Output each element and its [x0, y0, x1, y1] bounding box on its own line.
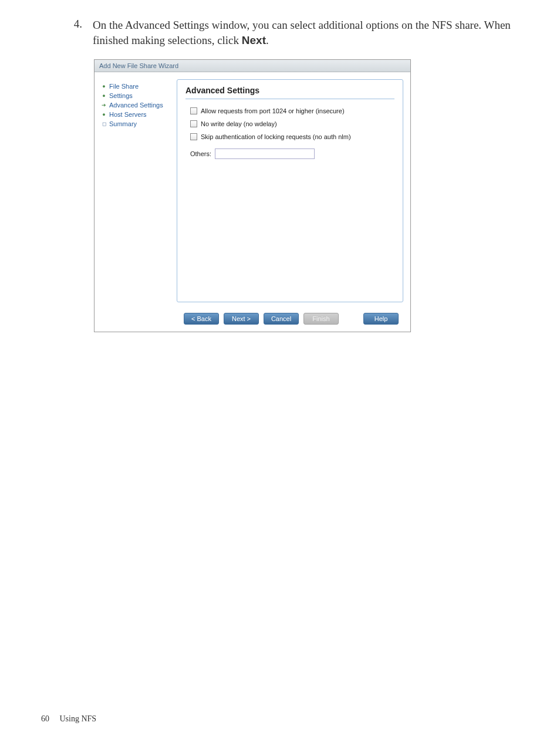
- wizard-titlebar: Add New File Share Wizard: [95, 60, 410, 72]
- instruction-step: 4. On the Advanced Settings window, you …: [70, 18, 519, 48]
- sidebar-item-label: Settings: [109, 92, 133, 99]
- sidebar-item-advanced-settings[interactable]: ➔ Advanced Settings: [102, 100, 171, 110]
- dot-icon: ●: [102, 112, 106, 117]
- others-input[interactable]: [215, 148, 315, 159]
- instruction-part2: .: [266, 34, 269, 46]
- checkbox-label: Allow requests from port 1024 or higher …: [201, 107, 345, 114]
- sidebar-item-label: File Share: [109, 83, 139, 90]
- others-label: Others:: [190, 150, 211, 157]
- finish-button: Finish: [303, 313, 339, 325]
- footer-section: Using NFS: [60, 714, 97, 723]
- sidebar-item-summary[interactable]: ◻ Summary: [102, 119, 171, 129]
- instruction-bold: Next: [242, 34, 266, 46]
- page-number: 60: [41, 714, 49, 723]
- wizard-main-panel: Advanced Settings Allow requests from po…: [177, 79, 403, 302]
- wizard-window: Add New File Share Wizard ● File Share ●…: [94, 59, 411, 332]
- sidebar-item-label: Host Servers: [109, 111, 147, 118]
- sidebar-item-file-share[interactable]: ● File Share: [102, 82, 171, 91]
- sidebar-item-label: Advanced Settings: [109, 102, 163, 109]
- others-row: Others:: [190, 148, 394, 159]
- dot-icon: ●: [102, 93, 106, 98]
- checkbox-no-auth-nlm[interactable]: Skip authentication of locking requests …: [190, 133, 394, 140]
- checkbox-label: Skip authentication of locking requests …: [201, 133, 351, 140]
- checkbox-label: No write delay (no wdelay): [201, 120, 277, 127]
- instruction-text: On the Advanced Settings window, you can…: [93, 18, 519, 48]
- help-button[interactable]: Help: [363, 313, 399, 325]
- arrow-icon: ➔: [102, 103, 106, 107]
- checkbox-icon[interactable]: [190, 133, 197, 140]
- checkbox-insecure[interactable]: Allow requests from port 1024 or higher …: [190, 107, 394, 114]
- wizard-footer: < Back Next > Cancel Finish Help: [177, 308, 410, 332]
- sidebar-item-label: Summary: [109, 120, 137, 127]
- wizard-sidebar: ● File Share ● Settings ➔ Advanced Setti…: [102, 79, 171, 302]
- next-button[interactable]: Next >: [224, 313, 259, 325]
- checkbox-no-wdelay[interactable]: No write delay (no wdelay): [190, 120, 394, 127]
- box-icon: ◻: [102, 121, 106, 126]
- page-footer: 60 Using NFS: [41, 714, 96, 724]
- sidebar-item-settings[interactable]: ● Settings: [102, 91, 171, 100]
- back-button[interactable]: < Back: [184, 313, 219, 325]
- dot-icon: ●: [102, 84, 106, 89]
- instruction-part1: On the Advanced Settings window, you can…: [93, 19, 511, 46]
- step-number: 4.: [70, 18, 82, 48]
- checkbox-icon[interactable]: [190, 107, 197, 114]
- sidebar-item-host-servers[interactable]: ● Host Servers: [102, 110, 171, 119]
- checkbox-icon[interactable]: [190, 120, 197, 127]
- wizard-heading: Advanced Settings: [185, 86, 394, 99]
- cancel-button[interactable]: Cancel: [264, 313, 299, 325]
